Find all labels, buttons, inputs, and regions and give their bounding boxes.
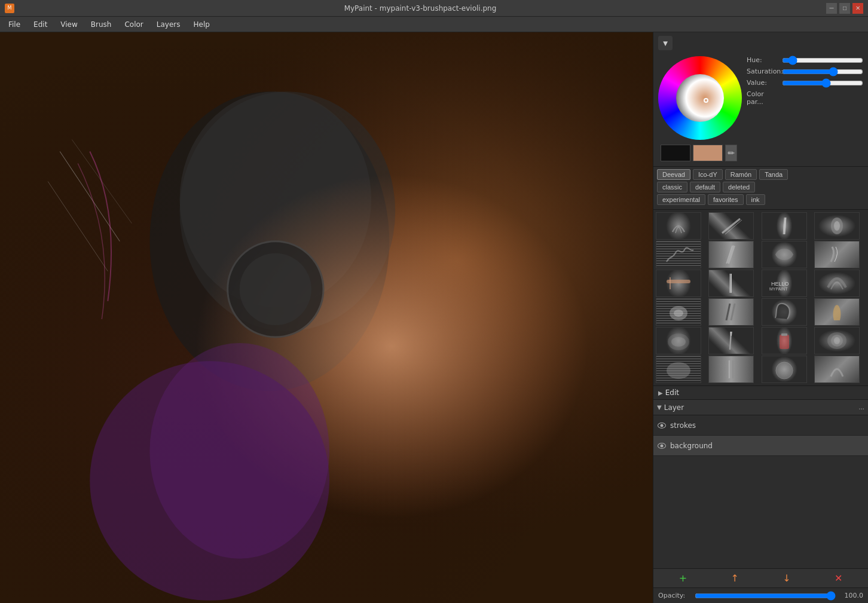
color-par-row: Color par... <box>747 90 863 106</box>
brush-group-experimental[interactable]: experimental <box>657 194 705 205</box>
brush-cell-13[interactable] <box>656 298 701 326</box>
brush-cell-22[interactable] <box>708 356 754 383</box>
color-wheel-area: Hue: Saturation: Value: Color par... <box>656 54 866 142</box>
brush-group-classic[interactable]: classic <box>657 182 687 192</box>
edit-label: Edit <box>665 388 679 397</box>
layer-row-strokes[interactable]: strokes <box>653 415 868 436</box>
close-button[interactable]: ✕ <box>852 3 863 14</box>
color-wheel[interactable] <box>658 56 742 140</box>
brush-group-favorites[interactable]: favorites <box>708 194 744 205</box>
brush-cell-1[interactable] <box>656 212 701 240</box>
brush-cell-21[interactable] <box>656 356 701 383</box>
color-triangle[interactable] <box>676 74 724 122</box>
brush-cell-11[interactable]: HELLOMYPAINT <box>762 270 807 297</box>
brush-cell-17[interactable] <box>656 327 701 354</box>
color-header: ▼ <box>656 35 866 51</box>
svg-point-40 <box>834 337 840 344</box>
brush-cell-6[interactable] <box>708 241 754 268</box>
menu-view[interactable]: View <box>54 19 83 30</box>
brush-group-default[interactable]: default <box>690 182 720 192</box>
brush-group-row-3: experimental favorites ink <box>657 194 864 205</box>
tan-color-swatch[interactable] <box>693 145 723 161</box>
saturation-slider[interactable] <box>782 68 863 75</box>
svg-line-31 <box>731 304 735 320</box>
brush-group-tanda[interactable]: Tanda <box>759 169 788 180</box>
brush-cell-9[interactable] <box>656 270 701 297</box>
layer-visibility-background[interactable] <box>657 441 667 451</box>
move-layer-up-button[interactable]: ↑ <box>727 572 742 585</box>
brush-cell-7[interactable] <box>762 241 807 268</box>
titlebar-title: MyPaint - mypaint-v3-brushpact-evioli.pn… <box>14 4 826 13</box>
brush-cell-18[interactable] <box>708 327 754 354</box>
maximize-button[interactable]: □ <box>839 3 850 14</box>
brush-group-ramon[interactable]: Ramón <box>725 169 757 180</box>
brush-group-row-1: Deevad Ico-dY Ramón Tanda <box>657 169 864 180</box>
brush-cell-4[interactable] <box>814 212 860 240</box>
eyedropper-button[interactable]: ✏ <box>725 145 737 161</box>
layers-header-right: ... <box>858 404 864 411</box>
brush-group-icody[interactable]: Ico-dY <box>693 169 723 180</box>
svg-point-33 <box>671 337 686 347</box>
canvas-area[interactable] <box>0 32 653 603</box>
hue-label: Hue: <box>747 56 780 64</box>
opacity-label: Opacity: <box>658 592 691 599</box>
brush-group-row-2: classic default deleted <box>657 182 864 192</box>
menu-layers[interactable]: Layers <box>151 19 187 30</box>
eye-icon-strokes <box>658 423 666 428</box>
brush-grid: HELLOMYPAINT <box>653 210 868 386</box>
menu-file[interactable]: File <box>2 19 26 30</box>
brush-cell-12[interactable] <box>814 270 860 297</box>
brush-cell-2[interactable] <box>708 212 754 240</box>
menu-color[interactable]: Color <box>118 19 149 30</box>
color-par-label: Color par... <box>747 90 780 106</box>
add-layer-button[interactable]: + <box>675 572 690 585</box>
brush-cell-24[interactable] <box>814 356 860 383</box>
brush-cell-8[interactable] <box>814 241 860 268</box>
menu-edit[interactable]: Edit <box>27 19 53 30</box>
layer-row-background[interactable]: background <box>653 436 868 456</box>
move-layer-down-button[interactable]: ↓ <box>779 572 794 585</box>
color-selector-dot[interactable] <box>704 98 708 103</box>
layer-visibility-strokes[interactable] <box>657 421 667 430</box>
brush-cell-16[interactable] <box>814 298 860 326</box>
brush-cell-20[interactable] <box>814 327 860 354</box>
main-area: ▼ Hue: Saturation: <box>0 32 868 603</box>
layers-header: ▼ Layer ... <box>653 400 868 415</box>
delete-layer-button[interactable]: ✕ <box>831 572 846 585</box>
app-icon: M <box>5 4 14 13</box>
minimize-button[interactable]: ─ <box>826 3 837 14</box>
svg-point-41 <box>667 362 690 379</box>
brush-cell-15[interactable] <box>762 298 807 326</box>
menu-brush[interactable]: Brush <box>85 19 118 30</box>
right-panel: ▼ Hue: Saturation: <box>653 32 868 603</box>
brush-cell-14[interactable] <box>708 298 754 326</box>
opacity-slider[interactable] <box>695 591 836 601</box>
brush-cell-10[interactable] <box>708 270 754 297</box>
brush-group-deleted[interactable]: deleted <box>723 182 755 192</box>
color-section: ▼ Hue: Saturation: <box>653 32 868 167</box>
svg-point-44 <box>776 362 793 379</box>
hue-row: Hue: <box>747 56 863 64</box>
titlebar-left: M <box>5 4 14 13</box>
brush-group-deevad[interactable]: Deevad <box>657 169 690 180</box>
brush-group-ink[interactable]: ink <box>746 194 765 205</box>
layers-header-left: ▼ Layer <box>657 403 684 412</box>
value-slider[interactable] <box>782 79 863 87</box>
saturation-label: Saturation: <box>747 68 780 75</box>
edit-section: ▶ Edit <box>653 386 868 400</box>
opacity-row: Opacity: 100.0 <box>653 587 868 603</box>
brush-cell-23[interactable] <box>762 356 807 383</box>
brush-cell-3[interactable] <box>762 212 807 240</box>
layers-expand-arrow[interactable]: ▼ <box>657 404 662 411</box>
eye-icon-background <box>658 443 666 449</box>
brush-cell-5[interactable] <box>656 241 701 268</box>
layers-options-button[interactable]: ... <box>858 404 864 411</box>
hue-slider[interactable] <box>782 57 863 64</box>
menu-help[interactable]: Help <box>188 19 216 30</box>
color-panel-toggle[interactable]: ▼ <box>658 36 673 50</box>
brush-cell-19[interactable] <box>762 327 807 354</box>
svg-text:HELLO: HELLO <box>771 281 789 287</box>
svg-point-19 <box>834 221 840 231</box>
dark-color-swatch[interactable] <box>661 145 690 161</box>
edit-expand-arrow[interactable]: ▶ <box>658 390 663 396</box>
